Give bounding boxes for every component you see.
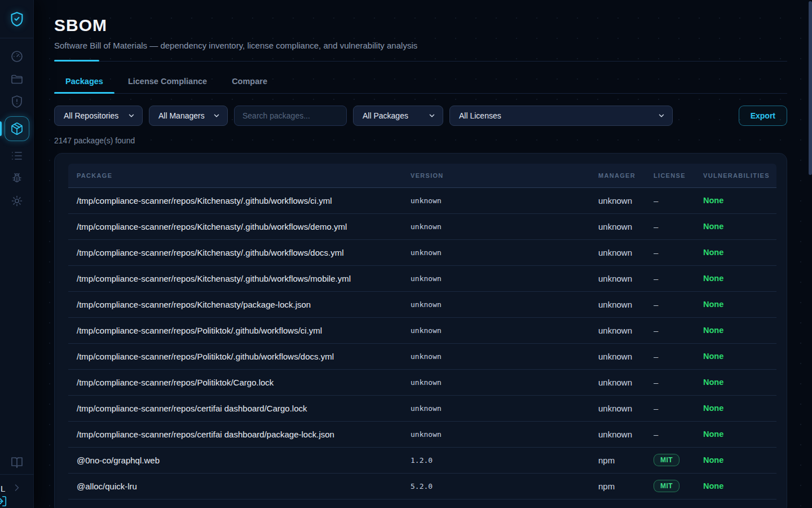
vulnerabilities-value: None (703, 196, 723, 205)
manager-select-value: All Managers (158, 111, 205, 120)
vulnerabilities-value: None (703, 274, 723, 283)
package-name: /tmp/compliance-scanner/repos/certifai d… (77, 430, 334, 439)
table-row[interactable]: /tmp/compliance-scanner/repos/Politiktok… (68, 343, 776, 369)
license-value: – (654, 430, 658, 439)
page-title: SBOM (54, 16, 787, 35)
sidebar-item-dashboard[interactable] (0, 45, 34, 68)
package-version: unknown (411, 430, 442, 439)
gauge-icon (10, 50, 24, 63)
package-version: unknown (411, 300, 442, 309)
result-count: 2147 package(s) found (54, 136, 787, 145)
package-version: unknown (411, 196, 442, 205)
license-value: – (654, 196, 658, 205)
license-select[interactable]: All Licenses (449, 106, 673, 126)
table-row[interactable]: /tmp/compliance-scanner/repos/Kitchenast… (68, 213, 776, 239)
logout-icon[interactable] (0, 495, 7, 507)
column-header-version: VERSION (411, 164, 598, 187)
shield-alert-icon (10, 95, 24, 108)
package-name: @alloc/quick-lru (77, 481, 137, 491)
main-content: SBOM Software Bill of Materials — depend… (34, 0, 812, 508)
table-row[interactable]: /tmp/compliance-scanner/repos/Politiktok… (68, 317, 776, 343)
packages-table-card: PACKAGE VERSION MANAGER LICENSE VULNERAB… (54, 153, 787, 508)
app-logo[interactable] (0, 0, 33, 38)
table-row[interactable]: /tmp/compliance-scanner/repos/Kitchenast… (68, 187, 776, 213)
header-divider (54, 61, 787, 62)
package-manager: unknown (598, 248, 632, 257)
table-row[interactable]: @alloc/quick-lru 5.2.0 npm MIT None (68, 473, 776, 499)
bug-icon (10, 172, 24, 185)
gear-icon (10, 194, 24, 208)
sidebar-item-settings[interactable] (0, 190, 34, 212)
license-value: – (654, 248, 658, 257)
package-manager: unknown (598, 352, 632, 361)
package-version: unknown (411, 378, 442, 387)
sidebar-nav (0, 38, 33, 212)
vulnerabilities-value: None (703, 222, 723, 231)
vulnerabilities-value: None (703, 326, 723, 335)
package-version: unknown (411, 222, 442, 231)
package-manager: unknown (598, 196, 632, 205)
manager-select[interactable]: All Managers (149, 106, 228, 126)
package-version: 1.2.0 (411, 456, 433, 465)
repository-select-value: All Repositories (64, 111, 118, 120)
sidebar-item-docs[interactable] (0, 450, 34, 474)
vulnerabilities-value: None (703, 481, 723, 491)
package-icon (5, 116, 29, 141)
sidebar-item-vulnerabilities[interactable] (0, 167, 34, 190)
package-name: /tmp/compliance-scanner/repos/Kitchenast… (77, 196, 332, 205)
table-row[interactable]: @0no-co/graphql.web 1.2.0 npm MIT None (68, 447, 776, 473)
column-header-license: LICENSE (654, 164, 703, 187)
package-name: /tmp/compliance-scanner/repos/certifai d… (77, 404, 307, 413)
table-row[interactable]: /tmp/compliance-scanner/repos/Kitchenast… (68, 291, 776, 317)
sidebar-item-repositories[interactable] (0, 68, 34, 90)
packages-table: PACKAGE VERSION MANAGER LICENSE VULNERAB… (68, 164, 776, 500)
repository-select[interactable]: All Repositories (54, 106, 143, 126)
package-name: /tmp/compliance-scanner/repos/Politiktok… (77, 326, 322, 335)
tab-bar: Packages License Compliance Compare (54, 77, 787, 94)
license-value: MIT (654, 454, 679, 466)
search-input[interactable] (234, 106, 347, 126)
package-manager: npm (598, 481, 615, 491)
vulnerabilities-value: None (703, 352, 723, 361)
sidebar-item-packages[interactable] (0, 113, 34, 144)
license-value: – (654, 404, 658, 413)
export-button[interactable]: Export (739, 106, 787, 126)
package-manager: npm (598, 456, 615, 465)
vulnerabilities-value: None (703, 378, 723, 387)
package-manager: unknown (598, 326, 632, 335)
shield-check-icon (9, 11, 25, 27)
license-value: – (654, 352, 658, 361)
package-name: /tmp/compliance-scanner/repos/Kitchenast… (77, 300, 311, 309)
filter-bar: All Repositories All Managers All Packag… (54, 106, 787, 126)
scrollbar-thumb[interactable] (809, 1, 812, 175)
vulnerabilities-value: None (703, 300, 723, 309)
package-version: unknown (411, 352, 442, 361)
package-version: unknown (411, 274, 442, 283)
package-name: /tmp/compliance-scanner/repos/Politiktok… (77, 378, 273, 387)
vulnerabilities-value: None (703, 248, 723, 257)
package-name: /tmp/compliance-scanner/repos/Kitchenast… (77, 274, 351, 283)
table-row[interactable]: /tmp/compliance-scanner/repos/Politiktok… (68, 369, 776, 395)
package-select[interactable]: All Packages (353, 106, 443, 126)
package-manager: unknown (598, 404, 632, 413)
package-version: unknown (411, 326, 442, 335)
list-icon (10, 149, 24, 163)
chevron-down-icon (127, 112, 135, 120)
sidebar-item-security[interactable] (0, 90, 34, 113)
tab-packages[interactable]: Packages (54, 77, 114, 93)
column-header-vulnerabilities: VULNERABILITIES (703, 164, 776, 187)
package-manager: unknown (598, 378, 632, 387)
table-row[interactable]: /tmp/compliance-scanner/repos/Kitchenast… (68, 239, 776, 265)
column-header-package: PACKAGE (68, 164, 411, 187)
tab-compare[interactable]: Compare (220, 77, 279, 93)
sidebar: L (0, 0, 34, 508)
license-select-value: All Licenses (459, 111, 501, 120)
sidebar-item-inventory[interactable] (0, 144, 34, 167)
table-row[interactable]: /tmp/compliance-scanner/repos/certifai d… (68, 421, 776, 447)
table-row[interactable]: /tmp/compliance-scanner/repos/Kitchenast… (68, 265, 776, 291)
tab-license-compliance[interactable]: License Compliance (117, 77, 218, 93)
column-header-manager: MANAGER (598, 164, 654, 187)
vulnerabilities-value: None (703, 456, 723, 465)
table-row[interactable]: /tmp/compliance-scanner/repos/certifai d… (68, 395, 776, 421)
package-name: @0no-co/graphql.web (77, 456, 160, 465)
